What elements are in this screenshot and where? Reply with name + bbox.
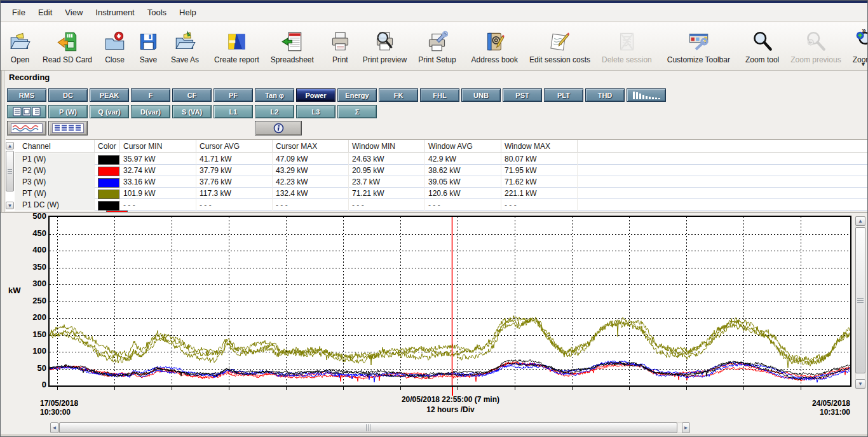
x-tick-mark bbox=[286, 387, 287, 390]
toolbar-more-arrow[interactable]: ▼ bbox=[860, 61, 866, 67]
edit-session-costs-button[interactable]: Edit session costs bbox=[524, 24, 596, 66]
waveform-view-button[interactable] bbox=[7, 121, 46, 135]
tab-l1[interactable]: L1 bbox=[214, 105, 253, 118]
menu-edit[interactable]: Edit bbox=[32, 6, 58, 19]
tab-cf[interactable]: CF bbox=[172, 88, 212, 102]
info-button[interactable] bbox=[255, 121, 302, 135]
print-button[interactable]: Print bbox=[323, 24, 357, 66]
print-setup-button[interactable]: Print Setup bbox=[412, 24, 461, 66]
tab-sum[interactable]: Σ bbox=[337, 105, 377, 118]
color-swatch-p1dc[interactable] bbox=[98, 201, 119, 211]
close-button[interactable]: Close bbox=[98, 24, 132, 66]
histogram-icon bbox=[632, 91, 661, 100]
tab-plt[interactable]: PLT bbox=[544, 88, 583, 102]
tab-l2[interactable]: L2 bbox=[255, 105, 294, 118]
menu-file[interactable]: File bbox=[6, 6, 32, 19]
cursor-line[interactable] bbox=[452, 387, 453, 396]
menu-instrument[interactable]: Instrument bbox=[89, 6, 140, 19]
tab-energy[interactable]: Energy bbox=[337, 88, 377, 102]
table-view-icon bbox=[52, 123, 84, 133]
info-icon bbox=[273, 123, 284, 134]
chart-scroll-down-button[interactable]: ▼ bbox=[855, 379, 865, 389]
tab-l3[interactable]: L3 bbox=[296, 105, 336, 118]
delete-session-button[interactable]: Delete session bbox=[596, 24, 658, 66]
chart-scrollbar-thumb[interactable] bbox=[855, 227, 865, 373]
table-view-button[interactable] bbox=[48, 121, 88, 135]
print-preview-button[interactable]: Print preview bbox=[357, 24, 412, 66]
table-row-p2[interactable]: P2 (W) 32.74 kW 37.79 kW 43.29 kW 20.95 … bbox=[15, 165, 868, 176]
tab-d-var[interactable]: D(var) bbox=[131, 105, 170, 118]
power-trend-plot[interactable] bbox=[50, 217, 850, 385]
tab-thd[interactable]: THD bbox=[585, 88, 625, 102]
spreadsheet-button[interactable]: Spreadsheet bbox=[265, 24, 320, 66]
y-tick-label: 100 bbox=[24, 346, 46, 356]
save-button[interactable]: Save bbox=[132, 24, 165, 66]
menu-view[interactable]: View bbox=[58, 6, 89, 19]
customize-toolbar-button[interactable]: Customize Toolbar bbox=[661, 24, 736, 66]
zoom-tool-button[interactable]: Zoom tool bbox=[740, 24, 785, 66]
chart-horizontal-scrollbar[interactable]: ◄ ► bbox=[50, 422, 692, 433]
tab-histogram[interactable] bbox=[627, 88, 666, 102]
table-scrollbar[interactable]: ▲ ▼ bbox=[6, 142, 14, 212]
col-cursor-max: Cursor MAX bbox=[273, 140, 349, 152]
save-as-button[interactable]: Save As bbox=[165, 24, 205, 66]
view-buttons-row bbox=[7, 121, 88, 135]
tab-f[interactable]: F bbox=[131, 88, 170, 102]
tab-q-var[interactable]: Q (var) bbox=[90, 105, 129, 118]
tab-power[interactable]: Power bbox=[296, 88, 336, 102]
open-button[interactable]: Open bbox=[3, 24, 37, 66]
toolbar-overflow-chevron[interactable]: » bbox=[862, 26, 866, 35]
quantity-tabs-row: P (W) Q (var) D(var) S (VA) L1 L2 L3 Σ bbox=[7, 105, 377, 118]
chart-scroll-up-button[interactable]: ▲ bbox=[855, 216, 865, 226]
tab-p-w[interactable]: P (W) bbox=[48, 105, 88, 118]
y-tick-label: 500 bbox=[24, 211, 46, 221]
table-scroll-up-button[interactable]: ▲ bbox=[6, 142, 14, 149]
y-tick-label: 400 bbox=[24, 245, 46, 254]
table-row-p3[interactable]: P3 (W) 33.16 kW 37.76 kW 42.23 kW 23.7 k… bbox=[15, 176, 868, 188]
table-scrollbar-thumb[interactable] bbox=[6, 151, 14, 191]
menu-tools[interactable]: Tools bbox=[141, 6, 173, 19]
color-swatch-pt[interactable] bbox=[98, 190, 119, 199]
tab-tan-phi[interactable]: Tan φ bbox=[255, 88, 294, 102]
zoom-previous-button[interactable]: Zoom previous bbox=[785, 24, 846, 66]
create-report-button[interactable]: Create report bbox=[208, 24, 265, 66]
chart-vertical-scrollbar[interactable]: ▲ ▼ bbox=[855, 216, 865, 389]
y-tick-label: 50 bbox=[24, 363, 46, 373]
col-cursor-avg: Cursor AVG bbox=[196, 140, 273, 152]
tab-peak[interactable]: PEAK bbox=[90, 88, 129, 102]
tab-s-va[interactable]: S (VA) bbox=[172, 105, 212, 118]
color-swatch-p1[interactable] bbox=[98, 155, 119, 165]
menu-help[interactable]: Help bbox=[173, 6, 203, 19]
y-tick-label: 0 bbox=[24, 380, 46, 389]
color-swatch-p3[interactable] bbox=[98, 178, 119, 188]
tab-fhl[interactable]: FHL bbox=[420, 88, 459, 102]
chart-scroll-left-button[interactable]: ◄ bbox=[50, 422, 58, 433]
chart-scroll-right-button[interactable]: ► bbox=[682, 422, 690, 433]
tab-dc[interactable]: DC bbox=[48, 88, 88, 102]
table-row-pt[interactable]: PT (W) 101.9 kW 117.3 kW 132.4 kW 71.21 … bbox=[15, 188, 868, 199]
close-folder-icon bbox=[104, 31, 126, 53]
tab-rms[interactable]: RMS bbox=[7, 88, 46, 102]
table-scroll-down-button[interactable]: ▼ bbox=[6, 202, 14, 209]
col-cursor-min: Cursor MIN bbox=[120, 140, 196, 152]
plot-frame bbox=[48, 216, 851, 387]
measurement-tabs-row: RMS DC PEAK F CF PF Tan φ Power Energy F… bbox=[7, 88, 666, 102]
x-tick-mark bbox=[172, 387, 172, 390]
read-sd-card-button[interactable]: Read SD Card bbox=[37, 24, 98, 66]
menu-bar: File Edit View Instrument Tools Help bbox=[1, 3, 868, 22]
table-row-p1[interactable]: P1 (W) 35.97 kW 41.71 kW 47.09 kW 24.63 … bbox=[15, 153, 868, 165]
chart-hscrollbar-thumb[interactable] bbox=[59, 422, 677, 433]
tab-fk[interactable]: FK bbox=[379, 88, 418, 102]
col-channel: Channel bbox=[15, 140, 95, 152]
toolbar-wrench-icon bbox=[688, 31, 710, 53]
table-row-p1dc[interactable]: P1 DC (W) - - - - - - - - - - - - - - - … bbox=[15, 199, 868, 211]
note-disabled-icon bbox=[616, 31, 638, 53]
color-swatch-p2[interactable] bbox=[98, 167, 119, 176]
tab-pst[interactable]: PST bbox=[503, 88, 542, 102]
x-tick-mark bbox=[400, 387, 401, 390]
tab-pf[interactable]: PF bbox=[214, 88, 253, 102]
address-book-icon bbox=[484, 31, 506, 53]
tab-unb[interactable]: UNB bbox=[461, 88, 501, 102]
address-book-button[interactable]: Address book bbox=[466, 24, 524, 66]
tab-channel-select[interactable] bbox=[7, 105, 46, 118]
